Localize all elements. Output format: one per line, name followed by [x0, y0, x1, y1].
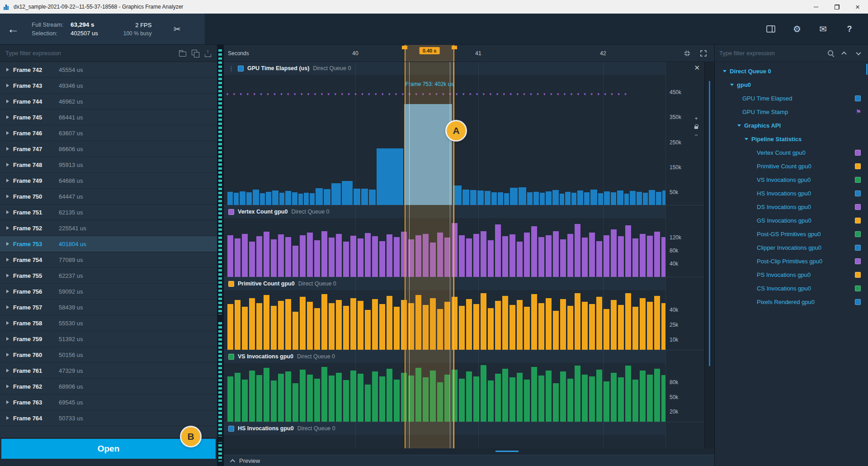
chart-bar[interactable] [589, 376, 595, 422]
chart-bar[interactable] [596, 297, 602, 350]
chart-bar[interactable] [279, 193, 284, 205]
lock-icon[interactable] [694, 126, 698, 129]
tree-row[interactable]: GS Invocations gpu0 [715, 214, 868, 227]
chart-bar[interactable] [314, 379, 320, 422]
chart-bar[interactable] [242, 234, 248, 277]
chart-bar[interactable] [540, 193, 545, 205]
tree-row[interactable]: DS Invocations gpu0 [715, 200, 868, 214]
chart-bar[interactable] [630, 191, 636, 205]
chart-bar[interactable] [649, 190, 655, 205]
tree-row[interactable]: Post-GS Primitives gpu0 [715, 227, 868, 241]
chart-bar[interactable] [256, 375, 262, 422]
horizontal-scroll-thumb[interactable] [495, 451, 519, 452]
chart-header[interactable]: ⋮ GPU Time Elapsed (us) Direct Queue 0 [224, 62, 665, 75]
chart-bar[interactable] [637, 192, 642, 205]
chart-bar[interactable] [643, 193, 648, 205]
search-icon[interactable] [827, 50, 835, 57]
chart-bar[interactable] [350, 236, 356, 277]
chart-bar[interactable] [343, 242, 349, 277]
chart-bar[interactable] [329, 376, 335, 422]
chart-plot[interactable] [224, 218, 665, 277]
chart-bar[interactable] [575, 224, 580, 277]
tree-row[interactable]: Pipeline Statistics [715, 132, 868, 146]
chart-bar[interactable] [488, 380, 494, 422]
scissors-icon[interactable]: ✂ [173, 14, 180, 44]
chart-bar[interactable] [227, 304, 233, 350]
chart-bar[interactable] [300, 370, 306, 422]
chart-bar[interactable] [415, 368, 421, 422]
chart-bar[interactable] [271, 239, 277, 277]
frame-row[interactable]: Frame 74245554 us [0, 62, 217, 78]
tree-row[interactable]: Graphics API [715, 119, 868, 132]
expand-chevron-icon[interactable] [6, 163, 9, 166]
chart-bar[interactable] [358, 301, 363, 350]
chart-bar[interactable] [423, 377, 429, 422]
chart-bar[interactable] [365, 385, 371, 422]
chart-bar[interactable] [264, 295, 269, 350]
chart-bar[interactable] [577, 190, 583, 205]
chart-bar[interactable] [661, 237, 665, 277]
frame-minimap-scrollbar[interactable] [217, 44, 223, 466]
chart-bar[interactable] [495, 301, 501, 350]
chart-bar[interactable] [369, 190, 376, 205]
chart-bar[interactable] [604, 381, 609, 422]
chart-bar[interactable] [444, 238, 450, 277]
frame-row[interactable]: Frame 75758439 us [0, 300, 217, 315]
chart-bar[interactable] [502, 369, 508, 422]
tree-row[interactable]: PS Invocations gpu0 [715, 268, 868, 281]
chart-bar[interactable] [524, 307, 530, 350]
chart-bar[interactable] [565, 192, 571, 205]
expand-chevron-icon[interactable] [6, 68, 9, 71]
chart-bar[interactable] [285, 191, 291, 205]
chart-header[interactable]: Vertex Count gpu0 Direct Queue 0 [224, 205, 665, 218]
chart-bar[interactable] [401, 373, 407, 422]
frame-row[interactable]: Frame 76050156 us [0, 347, 217, 363]
frame-row[interactable]: Frame 74663607 us [0, 125, 217, 141]
chart-bar[interactable] [488, 240, 494, 277]
selection-left-handle[interactable] [402, 46, 407, 49]
help-button[interactable]: ? [836, 14, 863, 44]
chart-bar[interactable] [473, 376, 479, 422]
chart-bar[interactable] [527, 192, 533, 205]
chart-bar[interactable] [242, 307, 248, 350]
chart-bar[interactable] [437, 233, 443, 277]
expand-chevron-icon[interactable] [6, 385, 9, 388]
chart-bar[interactable] [462, 190, 469, 205]
chart-bar[interactable] [647, 302, 653, 350]
chart-bar[interactable] [430, 371, 436, 422]
chart-bar[interactable] [582, 375, 588, 422]
close-button[interactable]: × [847, 0, 868, 14]
chart-bar[interactable] [372, 371, 378, 422]
chart-bar[interactable] [379, 304, 385, 350]
chart-bar[interactable] [387, 296, 392, 350]
chart-plot[interactable] [224, 290, 665, 350]
export-icon[interactable] [204, 50, 212, 57]
chart-bar[interactable] [640, 234, 646, 277]
chart-bar[interactable] [365, 233, 371, 277]
chart-bar[interactable] [546, 235, 552, 277]
chart-bar[interactable] [590, 190, 597, 205]
chart-bar[interactable] [546, 191, 552, 205]
expand-chevron-icon[interactable] [6, 100, 9, 103]
chart-bar[interactable] [292, 312, 298, 350]
chart-bar[interactable] [589, 304, 595, 350]
chart-bar[interactable] [519, 187, 526, 205]
frame-row[interactable]: Frame 76147329 us [0, 363, 217, 379]
chart-bar[interactable] [589, 233, 595, 277]
chart-bar[interactable] [625, 225, 631, 277]
chart-bar[interactable] [560, 194, 564, 205]
tree-row[interactable]: Direct Queue 0 [715, 64, 868, 78]
expand-chevron-icon[interactable] [6, 353, 9, 357]
chart-bar[interactable] [256, 236, 262, 277]
chart-bar[interactable] [342, 181, 353, 205]
tree-row[interactable]: CS Invocations gpu0 [715, 281, 868, 295]
chart-bar[interactable] [423, 234, 429, 277]
tree-row[interactable]: Clipper Invocations gpu0 [715, 241, 868, 254]
tree-row[interactable]: Primitive Count gpu0 [715, 159, 868, 173]
chart-bar[interactable] [408, 239, 414, 277]
chart-bar[interactable] [401, 232, 407, 277]
chart-bar[interactable] [466, 238, 472, 277]
chart-bar[interactable] [321, 231, 327, 277]
vertical-scroll-thumb[interactable] [709, 81, 710, 366]
chart-bar[interactable] [321, 367, 327, 422]
